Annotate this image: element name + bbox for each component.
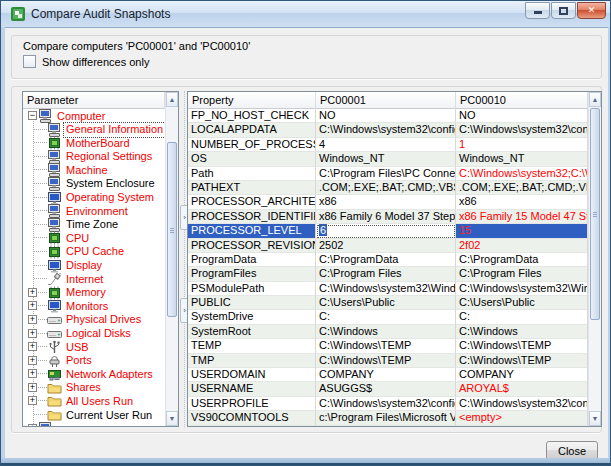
table-row[interactable]: TMPC:\Windows\TEMPC:\Windows\TEMP (188, 354, 588, 368)
tree-expander-plus-icon[interactable]: + (28, 396, 37, 405)
tree-item-system-enclosure[interactable]: System Enclosure (23, 177, 165, 191)
tree-item-network-adapters[interactable]: +Network Adapters (23, 367, 165, 381)
pc00010-cell[interactable]: .COM;.EXE;.BAT;.CMD;.VBS;.VBE (456, 181, 588, 195)
property-cell[interactable]: PROCESSOR_ARCHITECTURE (188, 195, 316, 209)
column-header-pc00010[interactable]: PC00010 (456, 92, 588, 109)
pc00001-cell[interactable]: 2502 (316, 239, 456, 253)
tree-item-ports[interactable]: +Ports (23, 354, 165, 368)
tree-item-computer[interactable]: −Computer (23, 109, 165, 123)
pc00001-cell[interactable]: COMPANY (316, 368, 456, 382)
pc00001-cell[interactable]: C:\Windows (316, 325, 456, 339)
tree-item-memory[interactable]: +Memory (23, 286, 165, 300)
property-cell[interactable]: LOCALAPPDATA (188, 123, 316, 137)
tree-scroll-down-button[interactable]: ▼ (166, 411, 178, 426)
table-row[interactable]: TEMPC:\Windows\TEMPC:\Windows\TEMP (188, 339, 588, 353)
table-row[interactable]: PROCESSOR_REVISION25022f02 (188, 239, 588, 253)
tree-expander-plus-icon[interactable]: + (28, 369, 37, 378)
property-cell[interactable]: TMP (188, 354, 316, 368)
table-row[interactable]: PROCESSOR_LEVEL615 (188, 224, 588, 238)
pc00010-cell[interactable]: C:\Windows\system32\config\syst (456, 397, 588, 411)
minimize-button[interactable] (525, 2, 550, 19)
table-row[interactable]: PSModulePathC:\Windows\system32\WindowsP… (188, 282, 588, 296)
pc00001-cell[interactable]: Windows_NT (316, 152, 456, 166)
property-cell[interactable]: USERNAME (188, 382, 316, 396)
pc00010-cell[interactable]: COMPANY (456, 368, 588, 382)
tree-item-environment[interactable]: Environment (23, 204, 165, 218)
tree-item-machine[interactable]: Machine (23, 163, 165, 177)
table-row[interactable]: USERNAMEASUGGS$AROYAL$ (188, 382, 588, 396)
tree-item-monitors[interactable]: +Monitors (23, 299, 165, 313)
maximize-button[interactable] (551, 2, 576, 19)
show-differences-checkbox[interactable] (23, 55, 36, 68)
tree-item-current-user-run[interactable]: Current User Run (23, 408, 165, 422)
parameter-column-header[interactable]: Parameter (23, 92, 165, 109)
pc00001-cell[interactable]: C:\Program Files\PC Connectivity S (316, 167, 456, 181)
property-cell[interactable]: PSModulePath (188, 282, 316, 296)
pc00001-cell[interactable]: C:\Windows\system32\config\syst (316, 397, 456, 411)
pc00001-cell[interactable]: NO (316, 109, 456, 123)
tree-item-display[interactable]: Display (23, 259, 165, 273)
property-cell[interactable]: PROCESSOR_REVISION (188, 239, 316, 253)
tree-expander-plus-icon[interactable]: + (28, 383, 37, 392)
tree-item-all-users-run[interactable]: +All Users Run (23, 394, 165, 408)
table-row[interactable]: USERDOMAINCOMPANYCOMPANY (188, 368, 588, 382)
tree-item-logical-disks[interactable]: +Logical Disks (23, 327, 165, 341)
tree-item-internet[interactable]: Internet (23, 272, 165, 286)
pc00010-cell[interactable]: x86 (456, 195, 588, 209)
pc00010-cell[interactable]: Windows_NT (456, 152, 588, 166)
tree-item-cpu[interactable]: CPU (23, 231, 165, 245)
table-row[interactable]: VS90COMNTOOLSc:\Program Files\Microsoft … (188, 411, 588, 425)
tree-item-shares[interactable]: +Shares (23, 381, 165, 395)
pc00010-cell[interactable]: 15 (456, 224, 588, 238)
property-cell[interactable]: ProgramData (188, 253, 316, 267)
pc00001-cell[interactable]: C:\Users\Public (316, 296, 456, 310)
table-row[interactable]: ProgramFilesC:\Program FilesC:\Program F… (188, 267, 588, 281)
property-cell[interactable]: VS90COMNTOOLS (188, 411, 316, 425)
tree-item-physical-drives[interactable]: +Physical Drives (23, 313, 165, 327)
pc00001-cell[interactable]: x86 Family 6 Model 37 Stepping 2, (316, 210, 456, 224)
pc00010-cell[interactable]: C:\Windows\system32\config\syst (456, 123, 588, 137)
table-row[interactable]: LOCALAPPDATAC:\Windows\system32\config\s… (188, 123, 588, 137)
property-cell[interactable]: NUMBER_OF_PROCESSORS (188, 138, 316, 152)
table-row[interactable]: PathC:\Program Files\PC Connectivity SC:… (188, 167, 588, 181)
property-cell[interactable]: SystemDrive (188, 310, 316, 324)
property-cell[interactable]: OS (188, 152, 316, 166)
tree-item-operating-system[interactable]: Operating System (23, 191, 165, 205)
tree-scroll-up-button[interactable]: ▲ (166, 92, 178, 107)
tree-item-motherboard[interactable]: MotherBoard (23, 136, 165, 150)
table-row[interactable]: PUBLICC:\Users\PublicC:\Users\Public (188, 296, 588, 310)
pc00010-cell[interactable]: 2f02 (456, 239, 588, 253)
pc00010-cell[interactable]: C:\Windows\TEMP (456, 354, 588, 368)
tree-expander-plus-icon[interactable]: + (28, 301, 37, 310)
pc00001-cell[interactable]: C: (316, 310, 456, 324)
pc00001-cell[interactable]: 4 (316, 138, 456, 152)
tree-item-time-zone[interactable]: Time Zone (23, 218, 165, 232)
pc00010-cell[interactable]: C:\Windows\TEMP (456, 339, 588, 353)
tree-expander-plus-icon[interactable]: + (28, 288, 37, 297)
pc00010-cell[interactable]: x86 Family 15 Model 47 Stepping 2 (456, 210, 588, 224)
pc00001-cell[interactable]: C:\Windows\TEMP (316, 354, 456, 368)
table-row[interactable]: SystemDriveC:C: (188, 310, 588, 324)
property-cell[interactable]: FP_NO_HOST_CHECK (188, 109, 316, 123)
property-cell[interactable]: TEMP (188, 339, 316, 353)
property-cell[interactable]: PROCESSOR_LEVEL (188, 224, 316, 238)
tree-expander-plus-icon[interactable]: + (28, 356, 37, 365)
table-row[interactable]: ProgramDataC:\ProgramDataC:\ProgramData (188, 253, 588, 267)
table-row[interactable]: PROCESSOR_ARCHITECTUREx86x86 (188, 195, 588, 209)
pc00001-cell[interactable]: .COM;.EXE;.BAT;.CMD;.VBS;.VBE (316, 181, 456, 195)
pc00001-cell[interactable]: ASUGGS$ (316, 382, 456, 396)
pc00010-cell[interactable]: C:\Users\Public (456, 296, 588, 310)
pc00001-cell[interactable]: C:\Program Files (316, 267, 456, 281)
column-header-property[interactable]: Property (188, 92, 316, 109)
tree-expander-minus-icon[interactable]: − (28, 111, 37, 120)
property-cell[interactable]: SystemRoot (188, 325, 316, 339)
table-row[interactable]: PATHEXT.COM;.EXE;.BAT;.CMD;.VBS;.VBE.COM… (188, 181, 588, 195)
pc00001-cell[interactable]: x86 (316, 195, 456, 209)
property-cell[interactable]: USERPROFILE (188, 397, 316, 411)
tree-expander-plus-icon[interactable]: + (28, 329, 37, 338)
tree-item-general-information[interactable]: General Information (23, 123, 165, 137)
table-scroll-thumb[interactable] (590, 108, 600, 320)
table-scroll-up-button[interactable]: ▲ (589, 92, 601, 107)
property-cell[interactable]: PROCESSOR_IDENTIFIER (188, 210, 316, 224)
pc00010-cell[interactable]: C:\Windows (456, 325, 588, 339)
